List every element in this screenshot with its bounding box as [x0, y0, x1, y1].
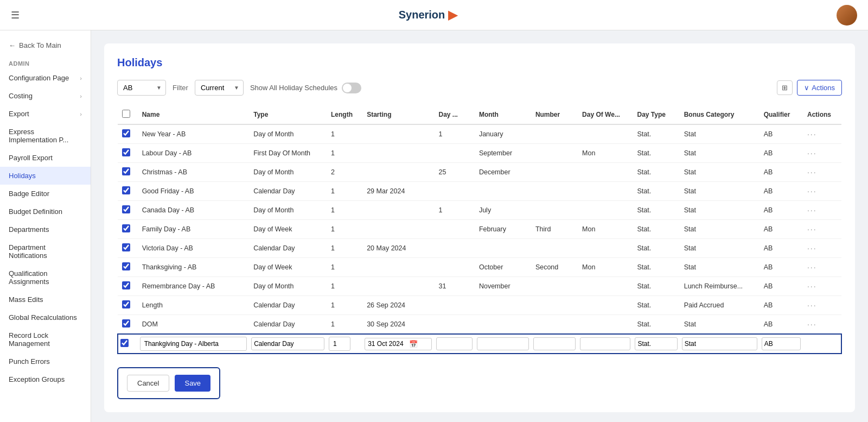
sidebar-item-payroll-export[interactable]: Payroll Export	[0, 149, 91, 167]
row-checkbox[interactable]	[122, 300, 130, 308]
sidebar-item-label: Exception Groups	[9, 375, 65, 383]
sidebar-item-qual-assignments[interactable]: Qualification Assignments	[0, 264, 91, 291]
grid-view-button[interactable]: ⊞	[777, 80, 793, 95]
row-actions-dots[interactable]: ···	[807, 301, 817, 310]
row-cell-1: Labour Day - AB	[138, 144, 250, 163]
edit-qualifier-select[interactable]: ABBCON	[762, 337, 801, 350]
row-cell-6: December	[475, 163, 531, 182]
edit-day-select[interactable]: 1234567891011121314151617181920212223242…	[436, 337, 472, 350]
row-cell-9: Stat.	[633, 239, 679, 258]
row-checkbox[interactable]	[122, 167, 130, 175]
row-checkbox[interactable]	[122, 224, 130, 232]
edit-row-checkbox[interactable]	[120, 339, 129, 347]
back-to-main[interactable]: ← Back To Main	[0, 37, 91, 54]
row-actions-dots[interactable]: ···	[807, 206, 817, 215]
col-header-9: Day Type	[633, 105, 679, 124]
edit-row-starting-cell: 📅	[362, 334, 434, 354]
sidebar-item-label: Punch Errors	[9, 357, 50, 366]
filter-select-wrapper: Current All Past ▼	[195, 80, 244, 96]
row-checkbox[interactable]	[122, 186, 130, 194]
row-checkbox-cell	[118, 315, 138, 335]
province-select-wrapper: AB BC ON ▼	[117, 80, 166, 96]
row-actions-dots[interactable]: ···	[807, 130, 817, 138]
edit-starting-input[interactable]	[368, 340, 407, 348]
row-checkbox[interactable]	[122, 129, 130, 137]
sidebar-item-costing[interactable]: Costing›	[0, 87, 91, 105]
sidebar-item-record-lock[interactable]: Record Lock Management	[0, 326, 91, 352]
sidebar-item-global-recalc[interactable]: Global Recalculations	[0, 308, 91, 326]
sidebar-item-mass-edits[interactable]: Mass Edits	[0, 291, 91, 308]
row-checkbox[interactable]	[122, 262, 130, 270]
row-cell-3: 1	[327, 239, 362, 258]
page-card: Holidays AB BC ON ▼ Filter Current All P…	[104, 43, 855, 412]
edit-row-qualifier-cell: ABBCON	[760, 334, 803, 354]
sidebar-item-export[interactable]: Export›	[0, 105, 91, 123]
row-cell-11: AB	[760, 296, 803, 315]
edit-length-input[interactable]	[329, 337, 350, 351]
sidebar-item-configuration[interactable]: Configuration Page›	[0, 69, 91, 87]
row-cell-4	[362, 124, 434, 144]
row-cell-2: Day of Month	[249, 201, 327, 220]
row-cell-1: DOM	[138, 315, 250, 335]
row-checkbox[interactable]	[122, 243, 130, 251]
row-actions-dots[interactable]: ···	[807, 320, 817, 329]
row-actions-cell: ···	[803, 124, 841, 144]
avatar[interactable]	[837, 5, 857, 26]
row-cell-6	[475, 239, 531, 258]
filter-select[interactable]: Current All Past	[195, 80, 244, 96]
row-actions-dots[interactable]: ···	[807, 263, 817, 272]
edit-month-select[interactable]: JanuaryFebruaryMarchAprilMayJuneJulyAugu…	[477, 337, 529, 350]
row-cell-10: Stat	[680, 182, 760, 201]
row-actions-cell: ···	[803, 163, 841, 182]
sidebar-item-dept-notifications[interactable]: Department Notifications	[0, 238, 91, 264]
show-all-toggle[interactable]	[342, 83, 361, 93]
row-actions-cell: ···	[803, 220, 841, 239]
table-row: Labour Day - ABFirst Day Of Month1Septem…	[118, 144, 841, 163]
brand-arrow-icon: ▶	[448, 8, 457, 22]
edit-number-select[interactable]: FirstSecondThirdFourthLast	[533, 337, 576, 350]
edit-dow-select[interactable]: MonTueWedThuFriSatSun	[580, 337, 630, 350]
row-checkbox-cell	[118, 277, 138, 296]
hamburger-icon[interactable]: ☰	[11, 9, 20, 21]
select-all-checkbox[interactable]	[122, 110, 130, 118]
row-cell-4: 29 Mar 2024	[362, 182, 434, 201]
province-select[interactable]: AB BC ON	[117, 80, 166, 96]
edit-bonus-select[interactable]: StatPaid AccruedLunch Reimburse...	[682, 337, 757, 350]
sidebar-item-exception-groups[interactable]: Exception Groups	[0, 370, 91, 388]
cancel-button[interactable]: Cancel	[127, 375, 169, 392]
row-cell-8: Mon	[578, 144, 633, 163]
actions-button[interactable]: ∨ Actions	[797, 80, 842, 96]
row-cell-2: Calendar Day	[249, 315, 327, 335]
sidebar-item-label: Payroll Export	[9, 154, 53, 162]
save-button[interactable]: Save	[175, 375, 210, 392]
col-header-6: Month	[475, 105, 531, 124]
table-body: New Year - ABDay of Month11JanuaryStat.S…	[118, 124, 841, 354]
sidebar-item-departments[interactable]: Departments	[0, 221, 91, 238]
sidebar-item-holidays[interactable]: Holidays	[0, 167, 91, 185]
sidebar-item-express[interactable]: Express Implementation P...	[0, 123, 91, 149]
sidebar-item-punch-errors[interactable]: Punch Errors	[0, 352, 91, 370]
row-actions-dots[interactable]: ···	[807, 187, 817, 196]
row-checkbox[interactable]	[122, 148, 130, 156]
edit-type-select[interactable]: Calendar DayDay of MonthDay of WeekFirst…	[251, 337, 324, 350]
row-actions-dots[interactable]: ···	[807, 282, 817, 291]
row-checkbox[interactable]	[122, 205, 130, 213]
row-actions-dots[interactable]: ···	[807, 149, 817, 158]
col-header-2: Type	[249, 105, 327, 124]
row-cell-10: Stat	[680, 144, 760, 163]
sidebar-item-budget-definition[interactable]: Budget Definition	[0, 203, 91, 221]
row-cell-1: Family Day - AB	[138, 220, 250, 239]
col-header-10: Bonus Category	[680, 105, 760, 124]
row-cell-8	[578, 315, 633, 335]
edit-name-input[interactable]	[140, 337, 247, 351]
row-actions-dots[interactable]: ···	[807, 168, 817, 177]
row-actions-dots[interactable]: ···	[807, 244, 817, 253]
row-checkbox[interactable]	[122, 319, 130, 327]
sidebar-item-label: Budget Definition	[9, 207, 62, 216]
row-checkbox[interactable]	[122, 281, 130, 289]
edit-daytype-select[interactable]: Stat.Non-Stat.	[635, 337, 677, 350]
sidebar-item-badge-editor[interactable]: Badge Editor	[0, 185, 91, 203]
calendar-icon[interactable]: 📅	[409, 340, 418, 348]
footer-actions: Cancel Save	[117, 367, 220, 399]
row-actions-dots[interactable]: ···	[807, 225, 817, 234]
